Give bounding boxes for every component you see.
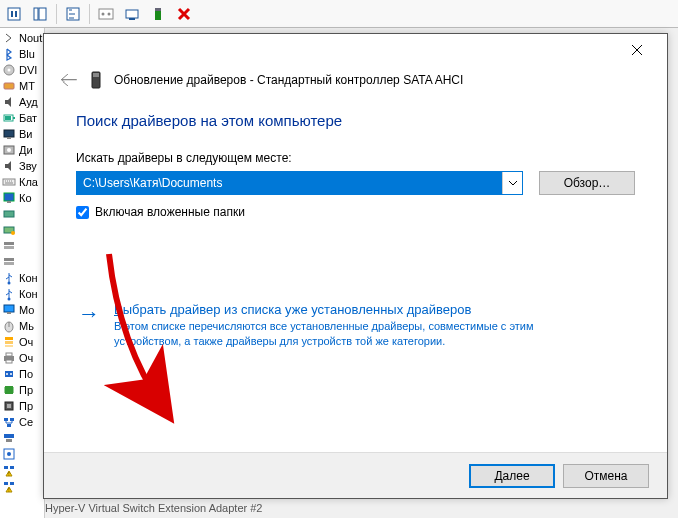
device-label: По (19, 368, 33, 380)
device-tree-item[interactable] (0, 446, 44, 462)
device-tree-item[interactable]: Ди (0, 142, 44, 158)
device-tree-item[interactable] (0, 254, 44, 270)
toolbar-columns-icon[interactable] (30, 4, 50, 24)
battery-icon (2, 111, 16, 125)
pick-from-list-link[interactable]: → Выбрать драйвер из списка уже установл… (78, 302, 635, 350)
device-label: DVI (19, 64, 37, 76)
back-icon[interactable]: 🡠 (60, 70, 78, 91)
svg-point-22 (7, 148, 11, 152)
storage-icon (2, 255, 16, 269)
toolbar-scan-icon[interactable] (122, 4, 142, 24)
device-label: Се (19, 416, 33, 428)
ide-icon (2, 207, 16, 221)
device-tree-item[interactable]: Бат (0, 110, 44, 126)
path-combobox[interactable]: C:\Users\Катя\Documents (76, 171, 523, 195)
svg-point-8 (108, 12, 111, 15)
svg-rect-23 (3, 179, 15, 185)
svg-rect-19 (4, 130, 14, 137)
device-tree-item[interactable]: Blu (0, 46, 44, 62)
svg-point-34 (8, 298, 11, 301)
device-tree-item[interactable]: Зву (0, 158, 44, 174)
browse-button[interactable]: Обзор… (539, 171, 635, 195)
toolbar-properties-icon[interactable] (4, 4, 24, 24)
svg-rect-62 (10, 482, 14, 485)
device-tree-item[interactable]: Ко (0, 190, 44, 206)
toolbar-hidden-icon[interactable] (96, 4, 116, 24)
device-label: Бат (19, 112, 37, 124)
device-tree-item[interactable]: Ауд (0, 94, 44, 110)
svg-rect-12 (155, 8, 161, 11)
device-tree-item[interactable]: Оч (0, 334, 44, 350)
device-tree-item[interactable]: Кон (0, 286, 44, 302)
svg-point-7 (102, 12, 105, 15)
svg-rect-10 (129, 18, 135, 20)
audio-icon (2, 95, 16, 109)
toolbar-add-hardware-icon[interactable] (148, 4, 168, 24)
device-tree-item[interactable]: Nout (0, 30, 44, 46)
device-label: Кон (19, 272, 38, 284)
device-label: Кла (19, 176, 38, 188)
device-label: Мь (19, 320, 34, 332)
device-tree-item[interactable]: Оч (0, 350, 44, 366)
svg-rect-65 (93, 73, 99, 77)
audio-icon (2, 159, 16, 173)
close-button[interactable] (615, 35, 659, 65)
device-tree-item[interactable]: ! (0, 478, 44, 494)
device-tree-item[interactable]: По (0, 366, 44, 382)
svg-rect-58 (4, 466, 8, 469)
device-tree-item[interactable] (0, 206, 44, 222)
svg-rect-51 (4, 418, 8, 421)
device-label: MT (19, 80, 35, 92)
cancel-button[interactable]: Отмена (563, 464, 649, 488)
dialog-titlebar (44, 34, 667, 66)
hid-icon (2, 79, 16, 93)
svg-rect-9 (126, 10, 138, 18)
device-tree-item[interactable]: Се (0, 414, 44, 430)
device-tree-item[interactable] (0, 238, 44, 254)
include-subfolders-checkbox[interactable]: Включая вложенные папки (76, 205, 635, 219)
device-tree-item[interactable]: Пр (0, 398, 44, 414)
next-button[interactable]: Далее (469, 464, 555, 488)
svg-rect-1 (11, 11, 13, 17)
device-tree-item[interactable]: MT (0, 78, 44, 94)
svg-rect-35 (4, 305, 14, 312)
device-tree-item[interactable]: Мь (0, 318, 44, 334)
device-label: Ауд (19, 96, 38, 108)
svg-rect-55 (6, 439, 12, 442)
monitor-icon (2, 303, 16, 317)
device-label: Ви (19, 128, 32, 140)
path-value: C:\Users\Катя\Documents (77, 172, 502, 194)
device-tree-item[interactable]: Ви (0, 126, 44, 142)
chevron-down-icon[interactable] (502, 172, 522, 194)
chevron-icon (2, 31, 16, 45)
toolbar-tree-icon[interactable] (63, 4, 83, 24)
svg-rect-3 (34, 8, 38, 20)
printer-icon (2, 351, 16, 365)
device-tree-item[interactable]: Кон (0, 270, 44, 286)
device-label: Nout (19, 32, 42, 44)
device-label: Ко (19, 192, 32, 204)
device-tree-item[interactable] (0, 222, 44, 238)
device-tree-item[interactable] (0, 430, 44, 446)
device-label: Оч (19, 336, 33, 348)
device-tree-item[interactable]: ! (0, 462, 44, 478)
keyboard-icon (2, 175, 16, 189)
device-label: Пр (19, 384, 33, 396)
device-tree-item[interactable]: Кла (0, 174, 44, 190)
svg-rect-24 (4, 193, 14, 201)
include-subfolders-input[interactable] (76, 206, 89, 219)
cpu-icon (2, 399, 16, 413)
svg-rect-29 (4, 242, 14, 245)
network2-icon (2, 431, 16, 445)
svg-rect-18 (5, 116, 11, 120)
device-tree-item[interactable]: Пр (0, 382, 44, 398)
update-driver-dialog: 🡠 Обновление драйверов - Стандартный кон… (43, 33, 668, 499)
device-tree-item[interactable]: Мо (0, 302, 44, 318)
svg-rect-43 (6, 353, 12, 356)
device-tree-item[interactable]: DVI (0, 62, 44, 78)
toolbar-remove-icon[interactable] (174, 4, 194, 24)
svg-text:!: ! (8, 471, 9, 477)
path-label: Искать драйверы в следующем месте: (76, 151, 635, 165)
svg-rect-41 (5, 345, 13, 347)
computer-icon (2, 191, 16, 205)
